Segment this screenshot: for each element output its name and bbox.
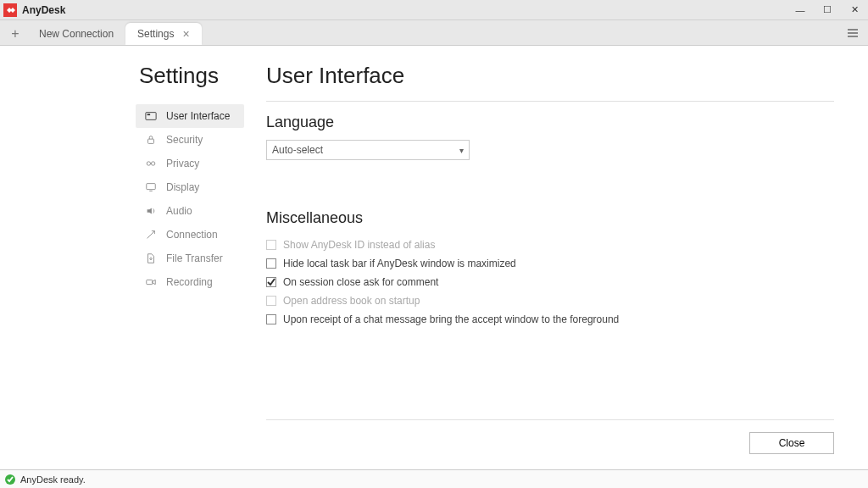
close-button-label: Close [779,437,805,449]
file-icon [144,252,158,264]
sidebar-item-label: Security [166,134,203,146]
tab-close-icon[interactable]: × [182,27,189,41]
sidebar-item-label: User Interface [166,110,230,122]
window-close-button[interactable]: ✕ [841,0,868,20]
app-logo [3,3,17,17]
new-tab-button[interactable]: + [3,23,27,45]
checkbox-label: Open address book on startup [283,295,420,307]
sidebar-item-user-interface[interactable]: User Interface [136,104,244,128]
checkbox-label: Show AnyDesk ID instead of alias [283,239,435,251]
statusbar: AnyDesk ready. [0,469,868,488]
lock-icon [144,134,158,146]
sidebar-heading: Settings [136,63,254,89]
glasses-icon [144,158,158,169]
divider [266,101,834,102]
page-title: User Interface [266,63,834,89]
checkbox-label: Upon receipt of a chat message bring the… [283,313,619,325]
svg-rect-6 [147,280,153,284]
window-minimize-button[interactable]: — [787,0,814,20]
checkbox [266,296,276,306]
footer-buttons: Close [266,419,834,454]
tab-settings[interactable]: Settings × [125,23,202,45]
sidebar: Settings User Interface Security Privacy… [0,46,254,469]
svg-rect-5 [147,184,156,190]
sidebar-item-privacy[interactable]: Privacy [136,152,244,175]
sidebar-item-security[interactable]: Security [136,128,244,152]
check-session-close-comment[interactable]: On session close ask for comment [266,273,834,291]
sidebar-item-recording[interactable]: Recording [136,270,244,294]
check-open-addressbook: Open address book on startup [266,291,834,310]
sidebar-item-label: Recording [166,276,213,288]
check-hide-taskbar[interactable]: Hide local task bar if AnyDesk window is… [266,254,834,273]
titlebar: AnyDesk — ☐ ✕ [0,0,868,20]
plug-icon [144,229,158,241]
tab-menu-button[interactable] [841,21,865,45]
check-show-id: Show AnyDesk ID instead of alias [266,236,834,254]
checkbox[interactable] [266,258,276,269]
sidebar-item-audio[interactable]: Audio [136,199,244,223]
language-section-title: Language [266,114,834,131]
tab-new-connection[interactable]: New Connection [27,23,125,45]
sidebar-item-display[interactable]: Display [136,175,244,199]
language-value: Auto-select [272,144,323,156]
tab-label: New Connection [39,28,114,40]
sidebar-item-label: Audio [166,205,192,217]
svg-rect-2 [148,139,154,143]
check-chat-foreground[interactable]: Upon receipt of a chat message bring the… [266,310,834,329]
sidebar-item-file-transfer[interactable]: File Transfer [136,247,244,270]
checkbox-label: Hide local task bar if AnyDesk window is… [283,258,516,269]
close-button[interactable]: Close [749,432,834,454]
speaker-icon [144,205,158,217]
svg-point-3 [147,162,150,165]
status-text: AnyDesk ready. [20,474,86,485]
tabbar: + New Connection Settings × [0,20,868,46]
chevron-down-icon: ▾ [459,146,464,155]
main-panel: User Interface Language Auto-select ▾ Mi… [254,46,868,469]
svg-point-4 [151,162,154,165]
checkbox[interactable] [266,314,276,324]
ui-icon [144,110,158,122]
svg-rect-0 [146,113,156,120]
sidebar-item-label: File Transfer [166,252,223,264]
svg-rect-1 [147,114,151,115]
tab-label: Settings [137,28,174,40]
sidebar-item-label: Display [166,181,199,193]
camera-icon [144,276,158,288]
sidebar-item-label: Privacy [166,158,199,169]
misc-section-title: Miscellaneous [266,209,834,227]
language-select[interactable]: Auto-select ▾ [266,140,470,160]
sidebar-item-label: Connection [166,229,218,241]
window-maximize-button[interactable]: ☐ [814,0,841,20]
checkbox [266,240,276,250]
sidebar-item-connection[interactable]: Connection [136,223,244,247]
checkbox[interactable] [266,277,276,287]
app-title: AnyDesk [22,4,65,16]
monitor-icon [144,181,158,193]
status-ok-icon [5,474,15,485]
checkbox-label: On session close ask for comment [283,276,438,288]
